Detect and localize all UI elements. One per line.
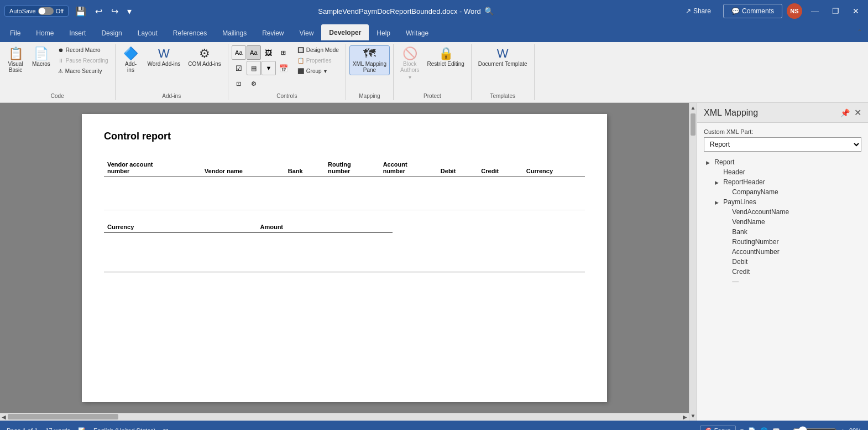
xml-panel-close-button[interactable]: ✕ — [854, 107, 861, 118]
customize-button[interactable]: ▾ — [125, 5, 134, 18]
xml-tree-item-vendname[interactable]: VendName — [704, 217, 861, 227]
view-print-icon[interactable]: 📄 — [748, 427, 756, 431]
tab-layout[interactable]: Layout — [130, 24, 165, 42]
macros-button[interactable]: 📄 Macros — [29, 45, 54, 69]
xml-tree-item-header[interactable]: Header — [704, 167, 861, 177]
zoom-slider[interactable] — [793, 426, 837, 430]
rich-text-control[interactable]: Aa — [247, 45, 261, 60]
word-addins-button[interactable]: W Word Add-ins — [144, 45, 184, 69]
tab-home[interactable]: Home — [28, 24, 61, 42]
document-canvas: Control report Vendor accountnumber Vend… — [0, 103, 689, 421]
document-template-button[interactable]: W Document Template — [475, 45, 531, 69]
horizontal-scrollbar[interactable]: ◀ ▶ — [0, 413, 689, 421]
minimize-button[interactable]: — — [807, 4, 823, 18]
xml-tree-item-vendaccountname[interactable]: VendAccountName — [704, 207, 861, 217]
com-addins-button[interactable]: ⚙ COM Add-ins — [185, 45, 224, 69]
xml-tree-item-debit[interactable]: Debit — [704, 257, 861, 267]
save-button[interactable]: 💾 — [73, 5, 88, 18]
status-bar: Page 1 of 1 17 words 📝 English (United S… — [0, 421, 868, 430]
group-button[interactable]: ⬛ Group ▾ — [294, 66, 342, 76]
vertical-scrollbar[interactable]: ▲ ▼ — [689, 103, 697, 421]
design-mode-button[interactable]: 🔲 Design Mode — [294, 45, 342, 55]
tab-help[interactable]: Help — [369, 24, 398, 42]
xml-tree-item-report[interactable]: Report — [704, 157, 861, 167]
image-control[interactable]: 🖼 — [262, 45, 276, 60]
tab-mailings[interactable]: Mailings — [215, 24, 254, 42]
xml-tree-item-accountnumber[interactable]: AccountNumber — [704, 247, 861, 257]
tab-writage[interactable]: Writage — [398, 24, 436, 42]
title-bar: AutoSave Off 💾 ↩ ↪ ▾ SampleVendPaymDocRe… — [0, 0, 868, 22]
xml-tree-item-more[interactable]: — — [704, 277, 861, 287]
drop-down-control[interactable]: ▼ — [262, 61, 276, 75]
pause-icon: ⏸ — [58, 58, 64, 64]
combo-box-control[interactable]: ▤ — [247, 61, 261, 75]
autosave-toggle[interactable] — [38, 7, 54, 15]
scroll-up-arrow[interactable]: ▲ — [689, 103, 697, 112]
autosave-control[interactable]: AutoSave Off — [4, 6, 69, 17]
tab-insert[interactable]: Insert — [61, 24, 93, 42]
restrict-editing-button[interactable]: 🔒 Restrict Editing — [424, 45, 468, 69]
search-icon[interactable]: 🔍 — [484, 7, 494, 15]
xml-tree-item-paymlines[interactable]: PaymLines — [704, 197, 861, 207]
share-button[interactable]: ↗ Share — [678, 4, 719, 18]
tab-design[interactable]: Design — [93, 24, 129, 42]
table1-header-row: Vendor accountnumber Vendor name Bank Ro… — [104, 159, 585, 177]
xml-panel-pin[interactable]: 📌 — [840, 108, 850, 117]
design-mode-icon: 🔲 — [297, 47, 304, 53]
doc-scroll: Control report Vendor accountnumber Vend… — [0, 103, 689, 413]
tab-references[interactable]: References — [165, 24, 215, 42]
visual-basic-button[interactable]: 📋 VisualBasic — [3, 45, 28, 75]
xml-tree-item-credit[interactable]: Credit — [704, 267, 861, 277]
xml-mapping-pane-button[interactable]: 🗺 XML MappingPane — [349, 45, 390, 75]
legacy-tools-control[interactable]: ⊡ — [232, 76, 246, 91]
tab-developer[interactable]: Developer — [321, 24, 369, 42]
tab-file[interactable]: File — [2, 24, 28, 42]
xml-part-select[interactable]: Report — [704, 137, 861, 152]
scroll-left-arrow[interactable]: ◀ — [0, 414, 8, 420]
doc-title: Control report — [104, 131, 585, 142]
tab-view[interactable]: View — [292, 24, 322, 42]
close-button[interactable]: ✕ — [848, 4, 864, 18]
pause-recording-button[interactable]: ⏸ Pause Recording — [55, 56, 112, 65]
checkbox-control[interactable]: ☑ — [232, 61, 246, 75]
user-avatar[interactable]: NS — [787, 3, 802, 19]
track-changes-icon: 📝 — [78, 427, 86, 431]
toggle-circle — [39, 8, 45, 14]
zoom-out-icon[interactable]: − — [785, 427, 788, 430]
date-picker-control[interactable]: 📅 — [276, 61, 291, 75]
building-blocks-control[interactable]: ⊞ — [276, 45, 291, 60]
properties-button[interactable]: 📋 Properties — [294, 56, 342, 65]
doc-footer-line — [104, 272, 585, 283]
xml-tree-item-companyname[interactable]: CompanyName — [704, 187, 861, 197]
macro-sub-buttons: ⏺ Record Macro ⏸ Pause Recording ⚠ Macro… — [55, 45, 112, 76]
view-draft-icon[interactable]: ≡ — [740, 427, 744, 430]
ribbon: 📋 VisualBasic 📄 Macros ⏺ Record Macro ⏸ … — [0, 42, 868, 103]
autosave-label: AutoSave — [9, 8, 36, 14]
block-authors-button[interactable]: 🚫 BlockAuthors ▾ — [397, 45, 422, 82]
scroll-thumb[interactable] — [691, 113, 696, 136]
restore-button[interactable]: ❐ — [828, 4, 844, 18]
macro-security-button[interactable]: ⚠ Macro Security — [55, 66, 112, 76]
addins-button[interactable]: 🔷 Add-ins — [119, 45, 143, 75]
text-content-control[interactable]: Aa — [232, 45, 246, 60]
hscroll-thumb[interactable] — [8, 414, 118, 419]
redo-button[interactable]: ↪ — [109, 5, 121, 18]
tab-review[interactable]: Review — [254, 24, 291, 42]
record-macro-button[interactable]: ⏺ Record Macro — [55, 45, 112, 55]
view-read-icon[interactable]: 📖 — [772, 427, 780, 431]
view-web-icon[interactable]: 🌐 — [760, 427, 768, 431]
ribbon-minimize-icon[interactable]: ⌃ — [854, 27, 866, 37]
xml-tree-item-reportheader[interactable]: ReportHeader — [704, 177, 861, 187]
focus-button[interactable]: 🎯 Focus — [700, 426, 736, 431]
xml-tree-item-bank[interactable]: Bank — [704, 227, 861, 237]
xml-panel-controls: 📌 ✕ — [840, 107, 861, 118]
xml-tree-item-routingnumber[interactable]: RoutingNumber — [704, 237, 861, 247]
scroll-right-arrow[interactable]: ▶ — [681, 414, 689, 420]
block-authors-icon: 🚫 — [402, 48, 417, 60]
zoom-in-icon[interactable]: + — [841, 427, 845, 430]
hscroll-track[interactable] — [8, 413, 681, 421]
scroll-down-arrow[interactable]: ▼ — [689, 411, 697, 421]
undo-button[interactable]: ↩ — [93, 5, 104, 18]
control-properties-btn2[interactable]: ⚙ — [247, 76, 261, 91]
comments-button[interactable]: 💬 Comments — [723, 4, 782, 18]
